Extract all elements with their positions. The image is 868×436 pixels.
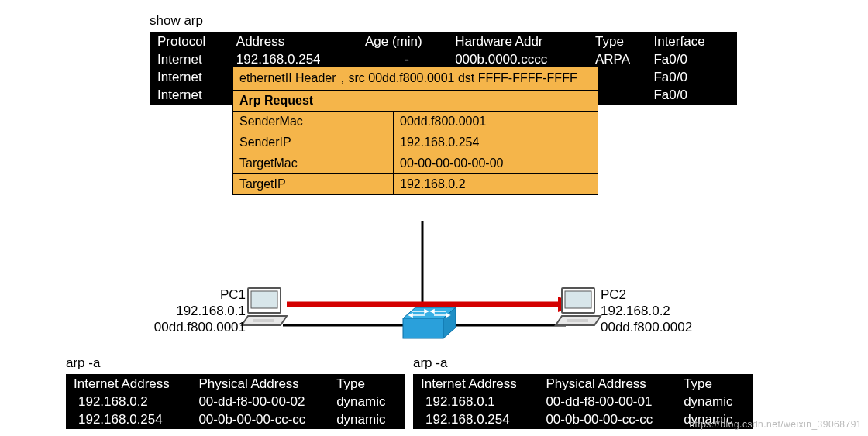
field-key: TargetIP xyxy=(233,174,394,194)
svg-rect-6 xyxy=(403,318,443,338)
svg-marker-11 xyxy=(431,310,434,313)
col-protocol: Protocol xyxy=(153,33,235,51)
pc1-arp-command: arp -a xyxy=(66,355,100,371)
col-type: Type xyxy=(594,33,652,51)
field-key: SenderMac xyxy=(233,112,394,132)
table-row: 192.168.0.1 00-dd-f8-00-00-01 dynamic xyxy=(416,393,749,411)
arp-packet-box: ethernetII Header，src 00dd.f800.0001 dst… xyxy=(232,67,598,195)
svg-rect-21 xyxy=(565,291,591,308)
field-key: TargetMac xyxy=(233,153,394,173)
svg-rect-19 xyxy=(253,319,274,322)
svg-marker-15 xyxy=(446,314,450,317)
col-address: Address xyxy=(235,33,363,51)
field-val: 192.168.0.254 xyxy=(394,132,598,153)
field-key: SenderIP xyxy=(233,132,394,153)
svg-marker-4 xyxy=(558,297,577,312)
svg-marker-13 xyxy=(409,314,412,317)
svg-marker-22 xyxy=(556,316,601,325)
canvas: show arp Protocol Address Age (min) Hard… xyxy=(0,0,868,436)
col-interface: Interface xyxy=(652,33,734,51)
svg-marker-5 xyxy=(403,307,456,318)
col-hwaddr: Hardware Addr xyxy=(453,33,594,51)
arp-title: Arp Request xyxy=(233,91,598,111)
svg-rect-23 xyxy=(567,319,588,322)
table-header-row: Internet Address Physical Address Type xyxy=(416,376,749,393)
pc1-label: PC1 192.168.0.1 00dd.f800.0001 xyxy=(85,287,246,335)
pc1-mac: 00dd.f800.0001 xyxy=(154,320,246,335)
pc2-arp-command: arp -a xyxy=(413,355,447,371)
svg-marker-18 xyxy=(242,316,287,325)
svg-rect-16 xyxy=(248,288,281,313)
pc2-mac: 00dd.f800.0002 xyxy=(601,320,692,335)
field-val: 00-00-00-00-00-00 xyxy=(394,153,598,173)
table-header-row: Internet Address Physical Address Type xyxy=(69,376,402,393)
field-val: 00dd.f800.0001 xyxy=(394,112,598,132)
watermark: https://blog.csdn.net/weixin_39068791 xyxy=(689,419,862,430)
svg-marker-7 xyxy=(443,307,456,338)
field-val: 192.168.0.2 xyxy=(394,174,598,194)
pc1-arp-table: Internet Address Physical Address Type 1… xyxy=(66,374,405,429)
pc2-label: PC2 192.168.0.2 00dd.f800.0002 xyxy=(601,287,692,335)
pc1-name: PC1 xyxy=(220,287,246,302)
pc2-ip: 192.168.0.2 xyxy=(601,304,670,318)
eth-header: ethernetII Header，src 00dd.f800.0001 dst… xyxy=(233,67,598,90)
table-header-row: Protocol Address Age (min) Hardware Addr… xyxy=(153,33,734,51)
col-age: Age (min) xyxy=(363,33,453,51)
table-row: 192.168.0.254 00-0b-00-00-cc-cc dynamic xyxy=(69,411,402,429)
router-command: show arp xyxy=(150,13,203,29)
table-row: 192.168.0.2 00-dd-f8-00-00-02 dynamic xyxy=(69,393,402,411)
pc1-ip: 192.168.0.1 xyxy=(176,304,246,318)
svg-rect-20 xyxy=(562,288,594,313)
pc2-name: PC2 xyxy=(601,287,626,302)
svg-rect-17 xyxy=(251,291,277,308)
svg-marker-9 xyxy=(425,310,428,313)
